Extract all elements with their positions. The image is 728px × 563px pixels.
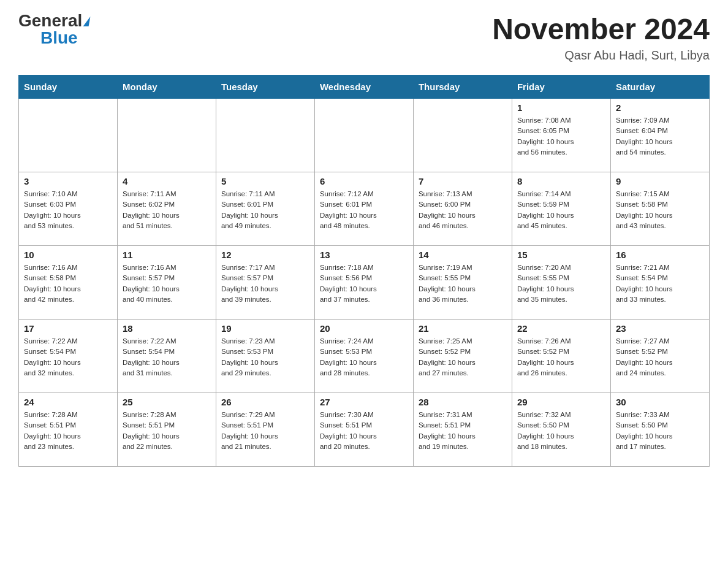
day-info: Sunrise: 7:29 AMSunset: 5:51 PMDaylight:…: [221, 410, 309, 452]
header-row: Sunday Monday Tuesday Wednesday Thursday…: [19, 75, 710, 99]
day-info: Sunrise: 7:21 AMSunset: 5:54 PMDaylight:…: [616, 262, 704, 305]
day-info: Sunrise: 7:33 AMSunset: 5:50 PMDaylight:…: [616, 410, 704, 452]
day-info: Sunrise: 7:10 AMSunset: 6:03 PMDaylight:…: [24, 189, 112, 231]
day-info: Sunrise: 7:11 AMSunset: 6:01 PMDaylight:…: [221, 189, 309, 231]
day-cell: 18Sunrise: 7:22 AMSunset: 5:54 PMDayligh…: [117, 320, 216, 393]
day-info: Sunrise: 7:16 AMSunset: 5:58 PMDaylight:…: [24, 262, 112, 305]
day-cell: [413, 99, 512, 172]
day-cell: 20Sunrise: 7:24 AMSunset: 5:53 PMDayligh…: [314, 320, 413, 393]
day-info: Sunrise: 7:14 AMSunset: 5:59 PMDaylight:…: [517, 189, 605, 231]
day-number: 20: [320, 323, 408, 334]
day-info: Sunrise: 7:09 AMSunset: 6:04 PMDaylight:…: [616, 115, 704, 158]
day-info: Sunrise: 7:25 AMSunset: 5:52 PMDaylight:…: [419, 336, 507, 378]
col-monday: Monday: [117, 75, 216, 99]
day-number: 11: [123, 250, 211, 260]
day-cell: 24Sunrise: 7:28 AMSunset: 5:51 PMDayligh…: [19, 393, 118, 467]
day-cell: 2Sunrise: 7:09 AMSunset: 6:04 PMDaylight…: [610, 99, 709, 172]
day-cell: 7Sunrise: 7:13 AMSunset: 6:00 PMDaylight…: [413, 172, 512, 246]
day-number: 28: [419, 397, 507, 407]
day-number: 13: [320, 250, 408, 260]
week-row-4: 17Sunrise: 7:22 AMSunset: 5:54 PMDayligh…: [19, 320, 710, 393]
week-row-2: 3Sunrise: 7:10 AMSunset: 6:03 PMDaylight…: [19, 172, 710, 246]
col-friday: Friday: [512, 75, 610, 99]
day-info: Sunrise: 7:20 AMSunset: 5:55 PMDaylight:…: [517, 262, 605, 305]
day-cell: 17Sunrise: 7:22 AMSunset: 5:54 PMDayligh…: [19, 320, 118, 393]
day-number: 15: [517, 250, 605, 260]
day-cell: 29Sunrise: 7:32 AMSunset: 5:50 PMDayligh…: [512, 393, 610, 467]
day-info: Sunrise: 7:18 AMSunset: 5:56 PMDaylight:…: [320, 262, 408, 305]
day-number: 19: [221, 323, 309, 334]
day-number: 24: [24, 397, 112, 407]
page-header: General Blue November 2024 Qasr Abu Hadi…: [18, 12, 710, 63]
day-cell: 3Sunrise: 7:10 AMSunset: 6:03 PMDaylight…: [19, 172, 118, 246]
day-cell: [19, 99, 118, 172]
day-number: 1: [517, 102, 605, 113]
day-info: Sunrise: 7:13 AMSunset: 6:00 PMDaylight:…: [419, 189, 507, 231]
day-number: 18: [123, 323, 211, 334]
day-cell: 5Sunrise: 7:11 AMSunset: 6:01 PMDaylight…: [216, 172, 314, 246]
col-wednesday: Wednesday: [314, 75, 413, 99]
day-cell: 28Sunrise: 7:31 AMSunset: 5:51 PMDayligh…: [413, 393, 512, 467]
day-cell: 26Sunrise: 7:29 AMSunset: 5:51 PMDayligh…: [216, 393, 314, 467]
day-info: Sunrise: 7:12 AMSunset: 6:01 PMDaylight:…: [320, 189, 408, 231]
week-row-5: 24Sunrise: 7:28 AMSunset: 5:51 PMDayligh…: [19, 393, 710, 467]
day-cell: 19Sunrise: 7:23 AMSunset: 5:53 PMDayligh…: [216, 320, 314, 393]
day-number: 22: [517, 323, 605, 334]
day-info: Sunrise: 7:23 AMSunset: 5:53 PMDaylight:…: [221, 336, 309, 378]
col-saturday: Saturday: [610, 75, 709, 99]
week-row-1: 1Sunrise: 7:08 AMSunset: 6:05 PMDaylight…: [19, 99, 710, 172]
day-number: 26: [221, 397, 309, 407]
calendar-table: Sunday Monday Tuesday Wednesday Thursday…: [18, 75, 710, 467]
day-cell: 22Sunrise: 7:26 AMSunset: 5:52 PMDayligh…: [512, 320, 610, 393]
day-number: 7: [419, 176, 507, 186]
logo-general-text: General: [18, 12, 82, 29]
day-number: 9: [616, 176, 704, 186]
day-number: 30: [616, 397, 704, 407]
col-tuesday: Tuesday: [216, 75, 314, 99]
day-cell: 4Sunrise: 7:11 AMSunset: 6:02 PMDaylight…: [117, 172, 216, 246]
day-cell: 21Sunrise: 7:25 AMSunset: 5:52 PMDayligh…: [413, 320, 512, 393]
day-number: 14: [419, 250, 507, 260]
day-cell: 9Sunrise: 7:15 AMSunset: 5:58 PMDaylight…: [610, 172, 709, 246]
day-info: Sunrise: 7:08 AMSunset: 6:05 PMDaylight:…: [517, 115, 605, 158]
week-row-3: 10Sunrise: 7:16 AMSunset: 5:58 PMDayligh…: [19, 246, 710, 320]
day-cell: 11Sunrise: 7:16 AMSunset: 5:57 PMDayligh…: [117, 246, 216, 320]
day-number: 2: [616, 102, 704, 113]
calendar-body: 1Sunrise: 7:08 AMSunset: 6:05 PMDaylight…: [19, 99, 710, 467]
calendar-header: Sunday Monday Tuesday Wednesday Thursday…: [19, 75, 710, 99]
day-cell: [117, 99, 216, 172]
day-number: 10: [24, 250, 112, 260]
day-number: 3: [24, 176, 112, 186]
day-info: Sunrise: 7:22 AMSunset: 5:54 PMDaylight:…: [24, 336, 112, 378]
day-cell: 27Sunrise: 7:30 AMSunset: 5:51 PMDayligh…: [314, 393, 413, 467]
day-number: 27: [320, 397, 408, 407]
day-number: 29: [517, 397, 605, 407]
day-cell: 16Sunrise: 7:21 AMSunset: 5:54 PMDayligh…: [610, 246, 709, 320]
day-info: Sunrise: 7:32 AMSunset: 5:50 PMDaylight:…: [517, 410, 605, 452]
day-number: 16: [616, 250, 704, 260]
day-cell: 13Sunrise: 7:18 AMSunset: 5:56 PMDayligh…: [314, 246, 413, 320]
day-cell: [314, 99, 413, 172]
day-info: Sunrise: 7:22 AMSunset: 5:54 PMDaylight:…: [123, 336, 211, 378]
day-cell: 15Sunrise: 7:20 AMSunset: 5:55 PMDayligh…: [512, 246, 610, 320]
day-number: 17: [24, 323, 112, 334]
logo-blue-text: Blue: [40, 29, 78, 47]
day-number: 6: [320, 176, 408, 186]
day-info: Sunrise: 7:15 AMSunset: 5:58 PMDaylight:…: [616, 189, 704, 231]
title-section: November 2024 Qasr Abu Hadi, Surt, Libya: [492, 12, 710, 63]
calendar-title: November 2024: [492, 12, 710, 46]
day-info: Sunrise: 7:19 AMSunset: 5:55 PMDaylight:…: [419, 262, 507, 305]
day-cell: 8Sunrise: 7:14 AMSunset: 5:59 PMDaylight…: [512, 172, 610, 246]
day-cell: 1Sunrise: 7:08 AMSunset: 6:05 PMDaylight…: [512, 99, 610, 172]
day-cell: 6Sunrise: 7:12 AMSunset: 6:01 PMDaylight…: [314, 172, 413, 246]
col-sunday: Sunday: [19, 75, 118, 99]
day-info: Sunrise: 7:30 AMSunset: 5:51 PMDaylight:…: [320, 410, 408, 452]
day-info: Sunrise: 7:31 AMSunset: 5:51 PMDaylight:…: [419, 410, 507, 452]
logo: General Blue: [18, 12, 89, 47]
day-info: Sunrise: 7:28 AMSunset: 5:51 PMDaylight:…: [123, 410, 211, 452]
day-info: Sunrise: 7:26 AMSunset: 5:52 PMDaylight:…: [517, 336, 605, 378]
day-cell: [216, 99, 314, 172]
day-cell: 12Sunrise: 7:17 AMSunset: 5:57 PMDayligh…: [216, 246, 314, 320]
day-number: 21: [419, 323, 507, 334]
day-number: 5: [221, 176, 309, 186]
